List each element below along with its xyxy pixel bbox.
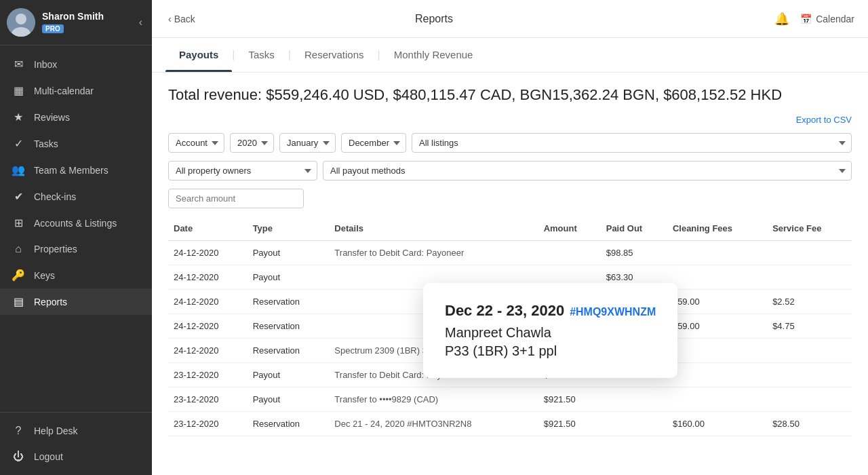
cell-cleaning-fees [667,387,767,412]
month-end-filter[interactable]: December [341,133,406,153]
back-button[interactable]: ‹ Back [165,14,195,24]
cell-type: Reservation [248,339,330,363]
sidebar-bottom: ? Help Desk ⏻ Logout [0,412,152,475]
col-paid-out: Paid Out [601,216,667,241]
sidebar-nav: ✉ Inbox ▦ Multi-calendar ★ Reviews ✓ Tas… [0,45,152,412]
year-filter[interactable]: 2020 [230,133,274,153]
table-row[interactable]: 23-12-2020 Payout Transfer to ••••9829 (… [168,387,852,412]
cell-type: Reservation [248,290,330,314]
col-details: Details [329,216,538,241]
cell-date: 24-12-2020 [168,339,248,363]
tooltip-room: P33 (1BR) 3+1 ppl [445,343,656,359]
sidebar-item-label: Accounts & Listings [34,218,117,229]
content-area: Total revenue: $559,246.40 USD, $480,115… [152,73,868,475]
sidebar-user-info: Sharon Smith PRO [42,11,136,34]
cell-amount: $921.50 [538,387,601,412]
search-row [168,189,852,208]
sidebar-item-keys[interactable]: 🔑 Keys [0,262,152,288]
cell-cleaning-fees [667,265,767,290]
properties-icon: ⌂ [11,243,26,255]
cell-type: Payout [248,265,330,290]
cell-cleaning-fees [667,363,767,387]
col-date: Date [168,216,248,241]
sidebar-item-team-members[interactable]: 👥 Team & Members [0,157,152,183]
sidebar-item-multi-calendar[interactable]: ▦ Multi-calendar [0,77,152,104]
month-start-filter[interactable]: January [279,133,336,153]
col-cleaning-fees: Cleaning Fees [667,216,767,241]
back-label: Back [174,14,195,24]
cell-service-fee [767,387,852,412]
sidebar-item-help-desk[interactable]: ? Help Desk [0,418,152,444]
cell-date: 24-12-2020 [168,241,248,265]
avatar [7,8,35,37]
reviews-icon: ★ [11,111,26,124]
cell-cleaning-fees: $160.00 [667,412,767,436]
keys-icon: 🔑 [11,269,26,282]
notification-icon[interactable]: 🔔 [774,12,789,26]
reports-icon: ▤ [11,295,26,308]
team-icon: 👥 [11,164,26,176]
reservation-tooltip: Dec 22 - 23, 2020 #HMQ9XWHNZM Manpreet C… [423,283,677,378]
sidebar-item-accounts-listings[interactable]: ⊞ Accounts & Listings [0,210,152,236]
pro-badge: PRO [42,24,64,33]
cell-paid-out: $98.85 [601,241,667,265]
cell-details: Transfer to Debit Card: Payoneer [329,241,538,265]
sidebar-collapse-button[interactable]: ‹ [136,14,145,31]
tab-tasks[interactable]: Tasks [235,38,288,72]
tab-monthly-revenue[interactable]: Monthly Revenue [380,38,487,72]
search-input[interactable] [168,189,304,208]
sidebar-item-label: Tasks [34,138,58,149]
sidebar: Sharon Smith PRO ‹ ✉ Inbox ▦ Multi-calen… [0,0,152,475]
cell-date: 23-12-2020 [168,387,248,412]
help-icon: ? [11,425,26,437]
sidebar-item-label: Team & Members [34,165,108,176]
cell-type: Payout [248,241,330,265]
sidebar-item-label: Reviews [34,112,70,123]
checkins-icon: ✔ [11,190,26,203]
cell-cleaning-fees [667,241,767,265]
page-title: Reports [415,13,453,25]
table-row[interactable]: 24-12-2020 Payout Transfer to Debit Card… [168,241,852,265]
tab-payouts[interactable]: Payouts [165,38,232,72]
logout-icon: ⏻ [11,451,26,463]
calendar-button[interactable]: 📅 Calendar [800,14,854,24]
sidebar-item-properties[interactable]: ⌂ Properties [0,236,152,262]
payout-methods-filter[interactable]: All payout methods [323,161,852,180]
multi-calendar-icon: ▦ [11,84,26,97]
sidebar-item-logout[interactable]: ⏻ Logout [0,444,152,470]
cell-date: 23-12-2020 [168,412,248,436]
export-csv-button[interactable]: Export to CSV [168,115,852,125]
sidebar-item-label: Logout [34,451,63,462]
table-row[interactable]: 23-12-2020 Reservation Dec 21 - 24, 2020… [168,412,852,436]
tab-reservations[interactable]: Reservations [291,38,378,72]
sidebar-item-tasks[interactable]: ✓ Tasks [0,130,152,157]
cell-service-fee: $28.50 [767,412,852,436]
cell-amount [538,241,601,265]
cell-cleaning-fees [667,339,767,363]
property-owners-filter[interactable]: All property owners [168,161,317,180]
sidebar-item-reviews[interactable]: ★ Reviews [0,104,152,130]
cell-type: Reservation [248,412,330,436]
cell-date: 24-12-2020 [168,290,248,314]
sidebar-item-check-ins[interactable]: ✔ Check-ins [0,183,152,210]
cell-type: Reservation [248,314,330,339]
svg-point-1 [16,14,26,24]
tasks-icon: ✓ [11,137,26,150]
account-filter[interactable]: Account [168,133,224,153]
tooltip-date: Dec 22 - 23, 2020 [445,302,564,320]
cell-date: 24-12-2020 [168,314,248,339]
sidebar-item-reports[interactable]: ▤ Reports [0,288,152,315]
total-revenue: Total revenue: $559,246.40 USD, $480,115… [168,86,852,104]
filters: Account 2020 January December All listin… [168,133,852,153]
cell-service-fee [767,265,852,290]
sidebar-item-inbox[interactable]: ✉ Inbox [0,51,152,77]
inbox-icon: ✉ [11,58,26,71]
cell-cleaning-fees: $59.00 [667,314,767,339]
listings-filter[interactable]: All listings [412,133,852,153]
cell-date: 24-12-2020 [168,265,248,290]
sidebar-item-label: Inbox [34,59,57,70]
tooltip-booking-id[interactable]: #HMQ9XWHNZM [570,306,656,318]
cell-paid-out [601,412,667,436]
col-type: Type [248,216,330,241]
header: ‹ Back Reports 🔔 📅 Calendar [152,0,868,38]
